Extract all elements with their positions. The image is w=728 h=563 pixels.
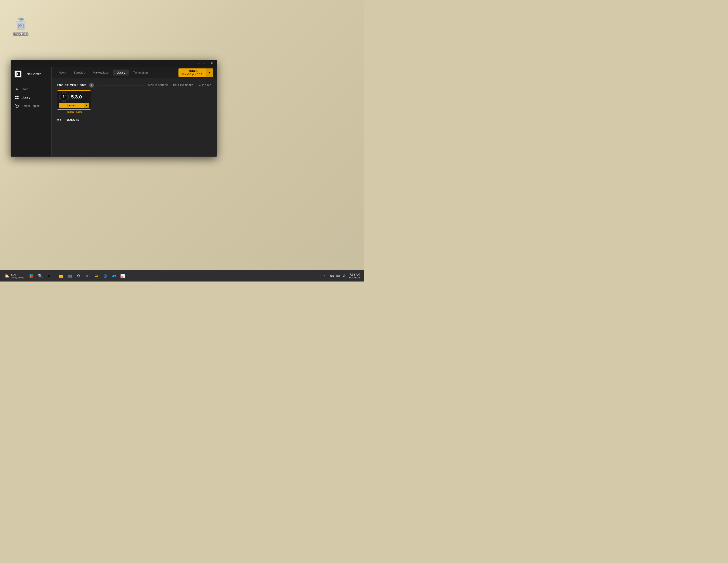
taskbar-edge[interactable] [101, 272, 109, 280]
engine-card-inner: U 5.3.0 [59, 92, 89, 102]
engine-versions-row: U 5.3.0 Launch ▼ Installed [57, 90, 211, 113]
sidebar-item-unreal-engine[interactable]: U Unreal Engine [11, 102, 51, 110]
tab-twinmotion[interactable]: Twinmotion [130, 70, 151, 75]
sidebar-item-unreal-label: Unreal Engine [21, 104, 39, 107]
taskbar-file-explorer[interactable] [57, 272, 65, 280]
epic-logo-inner [15, 71, 21, 77]
svg-rect-13 [17, 98, 19, 99]
file-explorer-icon [58, 273, 63, 278]
maximize-button[interactable]: □ [202, 61, 208, 66]
svg-text:U: U [62, 94, 66, 99]
taskbar-terminal[interactable]: ➤ [83, 272, 91, 280]
taskbar-ms-store[interactable]: 🛍 [110, 272, 118, 280]
analytics-icon: 📊 [120, 273, 125, 278]
svg-text:U: U [16, 104, 18, 107]
clock-date: 9/30/2022 [349, 276, 360, 279]
tray-expand-button[interactable]: ^ [322, 274, 327, 278]
unreal-engine-icon: U [15, 104, 19, 108]
add-engine-button[interactable]: + [89, 83, 94, 88]
epic-games-logo [14, 70, 22, 78]
weather-icon: ⛅ [4, 273, 9, 278]
close-button[interactable]: ✕ [209, 61, 215, 66]
github-source-link[interactable]: GITHUB SOURCE [148, 84, 168, 86]
system-tray: ^ ENG ⌨ 🔊 [322, 274, 346, 278]
taskbar-settings[interactable]: ⚙ [75, 272, 83, 280]
engine-launch-button[interactable]: Launch [59, 103, 84, 108]
my-projects-divider [82, 120, 211, 120]
tab-marketplace[interactable]: Marketplace [89, 70, 112, 75]
tray-lang-label[interactable]: ENG [328, 274, 334, 277]
start-button[interactable] [27, 271, 36, 280]
store-icon: ◆ [15, 87, 19, 91]
weather-text: 51°F Mostly cloudy [11, 273, 24, 279]
sidebar-logo: Epic Games [11, 67, 51, 81]
speaker-icon[interactable]: 🔊 [342, 274, 346, 278]
keyboard-icon[interactable]: ⌨ [336, 274, 340, 278]
taskbar-zoom[interactable]: 📹 [66, 272, 74, 280]
ue-logo: U [59, 92, 69, 102]
svg-rect-10 [15, 96, 17, 97]
launch-dropdown-button[interactable]: ▼ [206, 68, 213, 77]
recycle-bin-icon[interactable]: ♻ Recycle Bin [13, 17, 28, 36]
release-notes-link[interactable]: RELEASE NOTES [173, 84, 193, 86]
launch-version-label: Unreal Engine 5.3.0 [182, 73, 202, 75]
start-grid-q4 [31, 276, 33, 277]
engine-versions-title: ENGINE VERSIONS [57, 84, 86, 87]
start-grid-icon [30, 274, 33, 277]
engine-card-buttons: Launch ▼ [59, 103, 89, 108]
start-grid-q1 [30, 274, 31, 276]
folders-icon: 🗂 [94, 273, 98, 278]
edge-icon [103, 274, 107, 278]
engine-launch-dropdown-button[interactable]: ▼ [84, 103, 89, 108]
library-icon [15, 95, 19, 99]
tab-samples[interactable]: Samples [70, 70, 89, 75]
svg-rect-3 [23, 24, 24, 28]
taskbar-task-view[interactable]: ⧉ [45, 272, 53, 280]
sidebar: Epic Games ◆ Store [11, 67, 52, 156]
svg-rect-20 [59, 275, 61, 276]
svg-rect-4 [16, 21, 26, 23]
engine-card-530: U 5.3.0 Launch ▼ [57, 90, 91, 110]
svg-rect-12 [15, 98, 17, 99]
launcher-content: Epic Games ◆ Store [11, 67, 217, 156]
start-grid-q3 [30, 276, 31, 277]
my-projects-header: MY PROJECTS [57, 118, 211, 121]
clock-time: 7:33 AM [349, 273, 360, 276]
taskbar-analytics[interactable]: 📊 [119, 272, 127, 280]
svg-rect-19 [59, 275, 63, 278]
terminal-icon: ➤ [86, 274, 89, 278]
window-controls: — □ ✕ [195, 61, 215, 66]
taskbar-search-button[interactable]: 🔍 [36, 272, 44, 280]
library-content: ENGINE VERSIONS + GITHUB SOURCE RELEASE … [52, 78, 217, 156]
top-nav: News Samples Marketplace Library Twinmot… [52, 67, 217, 78]
main-area: News Samples Marketplace Library Twinmot… [52, 67, 217, 156]
cloud-size-label: ☁ 60.0 GiB [199, 84, 211, 86]
divider-links: GITHUB SOURCE RELEASE NOTES ☁ 60.0 GiB [148, 84, 211, 86]
sidebar-item-library-label: Library [21, 96, 30, 99]
weather-widget[interactable]: ⛅ 51°F Mostly cloudy [3, 272, 26, 280]
recycle-bin-label: Recycle Bin [13, 32, 28, 36]
installed-plugins-link[interactable]: Installed Plugins [66, 111, 82, 113]
svg-rect-11 [17, 96, 19, 97]
engine-version-number: 5.3.0 [71, 94, 82, 100]
start-grid-q2 [31, 274, 33, 276]
tab-news[interactable]: News [55, 70, 69, 75]
title-bar: — □ ✕ [11, 60, 217, 67]
clock[interactable]: 7:33 AM 9/30/2022 [348, 272, 361, 280]
settings-icon: ⚙ [77, 273, 80, 278]
minimize-button[interactable]: — [195, 61, 202, 66]
sidebar-item-store[interactable]: ◆ Store [11, 85, 51, 93]
ms-store-icon: 🛍 [112, 273, 116, 278]
my-projects-title: MY PROJECTS [57, 118, 79, 121]
zoom-icon: 📹 [67, 273, 72, 278]
tab-library[interactable]: Library [113, 70, 129, 75]
sidebar-brand: Epic Games [24, 72, 41, 76]
taskbar-right: ^ ENG ⌨ 🔊 7:33 AM 9/30/2022 [322, 272, 361, 280]
sidebar-item-library[interactable]: Library [11, 93, 51, 102]
taskbar-folders[interactable]: 🗂 [92, 272, 100, 280]
desktop: ♻ Recycle Bin — □ ✕ [0, 0, 364, 282]
launch-main-button[interactable]: Launch Unreal Engine 5.3.0 [178, 68, 206, 77]
sidebar-item-store-label: Store [21, 87, 28, 91]
launch-button-group: Launch Unreal Engine 5.3.0 ▼ [178, 68, 213, 77]
engine-card-wrapper: U 5.3.0 Launch ▼ Installed [57, 90, 91, 113]
